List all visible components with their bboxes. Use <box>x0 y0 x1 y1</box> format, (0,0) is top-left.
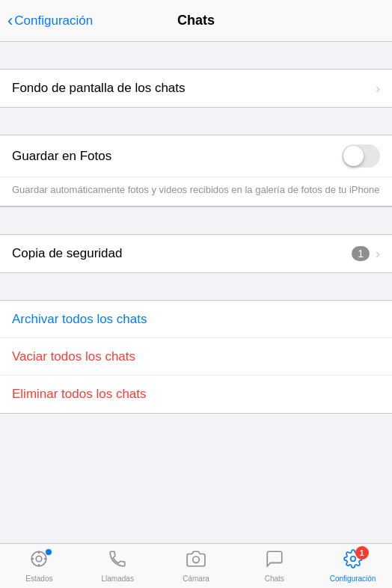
back-button[interactable]: ‹ Configuración <box>7 13 93 29</box>
wallpaper-chevron-icon: › <box>376 81 380 97</box>
section-gap-4 <box>0 273 392 300</box>
archive-chats-item[interactable]: Archivar todos los chats <box>0 301 392 338</box>
navigation-header: ‹ Configuración Chats <box>0 0 392 42</box>
clear-chats-label: Vaciar todos los chats <box>12 349 135 364</box>
wallpaper-label: Fondo de pantalla de los chats <box>12 81 186 96</box>
tab-estados[interactable]: Estados <box>0 544 79 588</box>
svg-point-1 <box>37 556 43 562</box>
estados-icon <box>29 549 49 573</box>
settings-content: Fondo de pantalla de los chats › Guardar… <box>0 42 392 543</box>
tab-llamadas[interactable]: Llamadas <box>79 544 157 588</box>
backup-item[interactable]: Copia de seguridad 1 › <box>0 235 392 272</box>
save-photos-label: Guardar en Fotos <box>12 149 111 164</box>
delete-chats-label: Eliminar todos los chats <box>12 387 147 402</box>
configuracion-icon: 1 <box>343 549 363 573</box>
tab-llamadas-label: Llamadas <box>102 575 134 583</box>
chats-icon <box>265 549 284 573</box>
page-title: Chats <box>177 13 215 28</box>
section-gap-3 <box>0 207 392 234</box>
tab-bar: Estados Llamadas Cámara Chats <box>0 543 392 588</box>
bottom-gap <box>0 414 392 489</box>
tab-chats-label: Chats <box>265 575 284 583</box>
save-photos-item: Guardar en Fotos <box>0 135 392 177</box>
section-gap-1 <box>0 42 392 69</box>
tab-configuracion[interactable]: 1 Configuración <box>313 544 392 588</box>
section-wallpaper: Fondo de pantalla de los chats › <box>0 69 392 108</box>
save-photos-toggle[interactable] <box>342 144 380 168</box>
wallpaper-item[interactable]: Fondo de pantalla de los chats › <box>0 70 392 107</box>
save-photos-description: Guardar automáticamente fotos y videos r… <box>0 177 392 206</box>
section-save-photos: Guardar en Fotos Guardar automáticamente… <box>0 135 392 207</box>
backup-label: Copia de seguridad <box>12 246 122 261</box>
backup-badge: 1 <box>352 246 370 261</box>
tab-camara-label: Cámara <box>183 575 209 583</box>
archive-chats-label: Archivar todos los chats <box>12 312 147 327</box>
section-actions: Archivar todos los chats Vaciar todos lo… <box>0 300 392 414</box>
toggle-knob <box>343 146 364 166</box>
back-chevron-icon: ‹ <box>7 13 13 29</box>
save-photos-right <box>342 144 380 168</box>
llamadas-icon <box>108 549 127 573</box>
backup-right: 1 › <box>352 246 380 262</box>
section-gap-2 <box>0 108 392 135</box>
svg-point-0 <box>32 551 47 566</box>
section-backup: Copia de seguridad 1 › <box>0 234 392 273</box>
clear-chats-item[interactable]: Vaciar todos los chats <box>0 338 392 376</box>
tab-estados-label: Estados <box>25 575 52 583</box>
tab-configuracion-label: Configuración <box>330 575 376 583</box>
tab-chats[interactable]: Chats <box>235 544 313 588</box>
camara-icon <box>186 549 206 573</box>
tab-camara[interactable]: Cámara <box>157 544 236 588</box>
delete-chats-item[interactable]: Eliminar todos los chats <box>0 376 392 413</box>
svg-point-6 <box>193 557 200 563</box>
wallpaper-right: › <box>376 81 380 97</box>
configuracion-badge: 1 <box>355 546 369 560</box>
back-label: Configuración <box>14 13 93 28</box>
backup-chevron-icon: › <box>376 246 380 262</box>
svg-point-7 <box>350 557 355 562</box>
estados-dot <box>46 549 52 555</box>
